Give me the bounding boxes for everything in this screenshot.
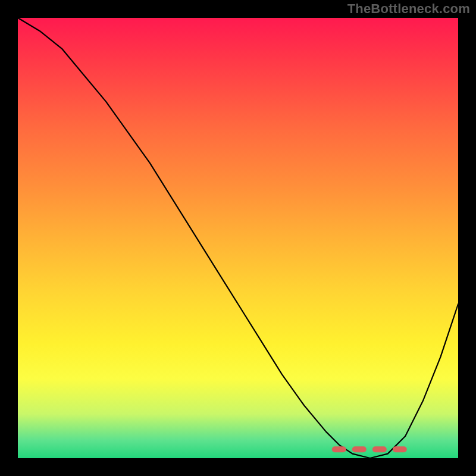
watermark-text: TheBottleneck.com [347, 1, 470, 17]
bottleneck-curve [18, 18, 458, 458]
chart-plot-area [18, 18, 458, 458]
chart-svg [18, 18, 458, 458]
